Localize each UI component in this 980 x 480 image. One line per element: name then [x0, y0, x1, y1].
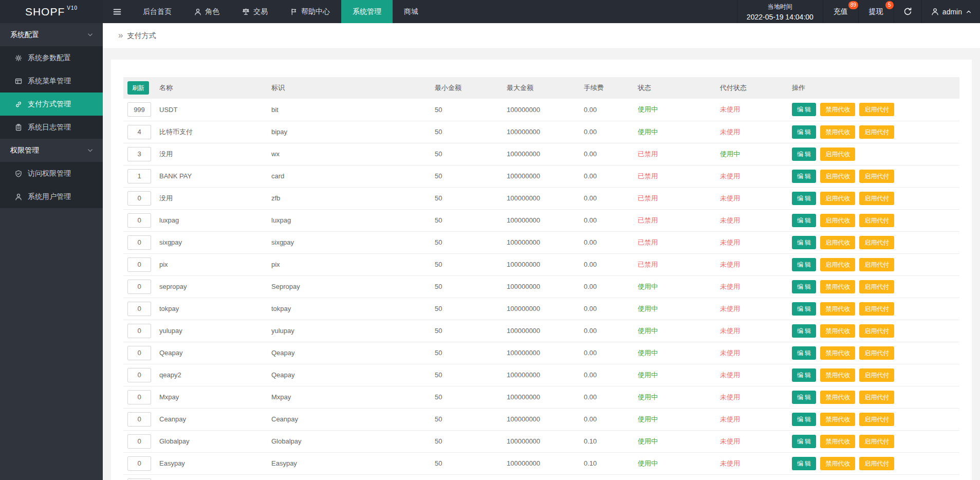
- disable-collect-button[interactable]: 禁用代收: [820, 346, 855, 360]
- sort-input[interactable]: [127, 390, 151, 404]
- sort-input[interactable]: [127, 191, 151, 206]
- edit-button[interactable]: 编 辑: [792, 457, 816, 470]
- sort-input[interactable]: [127, 368, 151, 382]
- disable-collect-button[interactable]: 禁用代收: [820, 413, 855, 426]
- disable-collect-button[interactable]: 禁用代收: [820, 324, 855, 338]
- edit-button[interactable]: 编 辑: [792, 391, 816, 404]
- edit-button[interactable]: 编 辑: [792, 368, 816, 382]
- enable-payout-button[interactable]: 启用代付: [859, 368, 894, 382]
- edit-button[interactable]: 编 辑: [792, 435, 816, 448]
- sort-input[interactable]: [127, 235, 151, 250]
- enable-payout-button[interactable]: 启用代付: [859, 170, 894, 183]
- enable-payout-button[interactable]: 启用代付: [859, 258, 894, 271]
- sort-input[interactable]: [127, 456, 151, 471]
- col-header-5: 状态: [634, 77, 716, 99]
- sort-input[interactable]: [127, 169, 151, 183]
- sort-input[interactable]: [127, 213, 151, 228]
- enable-payout-button[interactable]: 启用代付: [859, 125, 894, 139]
- nav-item-dashboard[interactable]: 后台首页: [132, 0, 183, 23]
- refresh-table-button[interactable]: 刷新: [127, 81, 149, 95]
- col-header-1: 标识: [267, 77, 431, 99]
- name-cell: 比特币支付: [155, 121, 267, 143]
- enable-payout-button[interactable]: 启用代付: [859, 103, 894, 116]
- edit-button[interactable]: 编 辑: [792, 413, 816, 426]
- nav-item-roles[interactable]: 角色: [183, 0, 231, 23]
- enable-payout-button[interactable]: 启用代付: [859, 236, 894, 249]
- edit-button[interactable]: 编 辑: [792, 125, 816, 139]
- sort-input[interactable]: [127, 324, 151, 338]
- sidebar-toggle-button[interactable]: [103, 0, 132, 23]
- sidebar-section-permission[interactable]: 权限管理: [0, 139, 103, 162]
- sort-input[interactable]: [127, 147, 151, 161]
- edit-button[interactable]: 编 辑: [792, 236, 816, 249]
- sort-input[interactable]: [127, 434, 151, 449]
- enable-payout-button[interactable]: 启用代付: [859, 302, 894, 316]
- edit-button[interactable]: 编 辑: [792, 346, 816, 360]
- refresh-button[interactable]: [894, 0, 922, 23]
- sidebar-item-users[interactable]: 系统用户管理: [0, 185, 103, 208]
- enable-collect-button[interactable]: 启用代收: [820, 192, 855, 205]
- topnav-recharge[interactable]: 充值89: [823, 0, 859, 23]
- pay-status-text-cell: 未使用: [716, 121, 788, 143]
- topnav-withdraw[interactable]: 提现5: [859, 0, 894, 23]
- enable-payout-button[interactable]: 启用代付: [859, 214, 894, 227]
- sort-input[interactable]: [127, 125, 151, 139]
- max-amount-cell: 100000000: [503, 165, 580, 187]
- enable-payout-button[interactable]: 启用代付: [859, 346, 894, 360]
- nav-item-system[interactable]: 系统管理: [341, 0, 393, 23]
- sort-input[interactable]: [127, 346, 151, 360]
- edit-button[interactable]: 编 辑: [792, 170, 816, 183]
- status-text: 使用中: [638, 371, 658, 379]
- disable-collect-button[interactable]: 禁用代收: [820, 391, 855, 404]
- sidebar-section-system-config[interactable]: 系统配置: [0, 23, 103, 46]
- enable-payout-button[interactable]: 启用代付: [859, 192, 894, 205]
- sidebar-item-logs[interactable]: 系统日志管理: [0, 116, 103, 139]
- edit-button[interactable]: 编 辑: [792, 192, 816, 205]
- table-row: sixgpaysixgpay501000000000.00已禁用未使用编 辑启用…: [123, 231, 959, 253]
- disable-collect-button[interactable]: 禁用代收: [820, 457, 855, 470]
- status-text: 使用中: [638, 283, 658, 290]
- enable-collect-button[interactable]: 启用代收: [820, 147, 855, 161]
- disable-collect-button[interactable]: 禁用代收: [820, 368, 855, 382]
- sort-input[interactable]: [127, 478, 151, 480]
- sort-input[interactable]: [127, 302, 151, 316]
- sidebar-item-params[interactable]: 系统参数配置: [0, 46, 103, 69]
- sort-input[interactable]: [127, 280, 151, 294]
- sort-input[interactable]: [127, 257, 151, 272]
- disable-collect-button[interactable]: 禁用代收: [820, 280, 855, 293]
- edit-button[interactable]: 编 辑: [792, 302, 816, 316]
- min-amount-cell: 50: [431, 121, 503, 143]
- disable-collect-button[interactable]: 禁用代收: [820, 435, 855, 448]
- sidebar-item-access[interactable]: 访问权限管理: [0, 162, 103, 185]
- person-icon: [194, 8, 201, 15]
- sidebar-item-menus[interactable]: 系统菜单管理: [0, 69, 103, 93]
- nav-item-trade[interactable]: 交易: [231, 0, 279, 23]
- enable-payout-button[interactable]: 启用代付: [859, 391, 894, 404]
- sidebar-item-payment[interactable]: 支付方式管理: [0, 93, 103, 116]
- enable-collect-button[interactable]: 启用代收: [820, 236, 855, 249]
- edit-button[interactable]: 编 辑: [792, 147, 816, 161]
- enable-payout-button[interactable]: 启用代付: [859, 280, 894, 293]
- edit-button[interactable]: 编 辑: [792, 214, 816, 227]
- enable-collect-button[interactable]: 启用代收: [820, 214, 855, 227]
- disable-collect-button[interactable]: 禁用代收: [820, 125, 855, 139]
- nav-item-mall[interactable]: 商城: [393, 0, 430, 23]
- enable-collect-button[interactable]: 启用代收: [820, 258, 855, 271]
- enable-payout-button[interactable]: 启用代付: [859, 324, 894, 338]
- enable-payout-button[interactable]: 启用代付: [859, 457, 894, 470]
- enable-payout-button[interactable]: 启用代付: [859, 413, 894, 426]
- user-menu[interactable]: admin: [922, 0, 980, 23]
- edit-button[interactable]: 编 辑: [792, 280, 816, 293]
- sort-input[interactable]: [127, 102, 151, 117]
- enable-collect-button[interactable]: 启用代收: [820, 170, 855, 183]
- disable-collect-button[interactable]: 禁用代收: [820, 103, 855, 116]
- sort-input[interactable]: [127, 412, 151, 427]
- disable-collect-button[interactable]: 禁用代收: [820, 302, 855, 316]
- min-amount-cell: 50: [431, 342, 503, 364]
- chevron-down-icon: [87, 31, 94, 38]
- edit-button[interactable]: 编 辑: [792, 103, 816, 116]
- nav-item-help[interactable]: 帮助中心: [279, 0, 341, 23]
- edit-button[interactable]: 编 辑: [792, 324, 816, 338]
- enable-payout-button[interactable]: 启用代付: [859, 435, 894, 448]
- edit-button[interactable]: 编 辑: [792, 258, 816, 271]
